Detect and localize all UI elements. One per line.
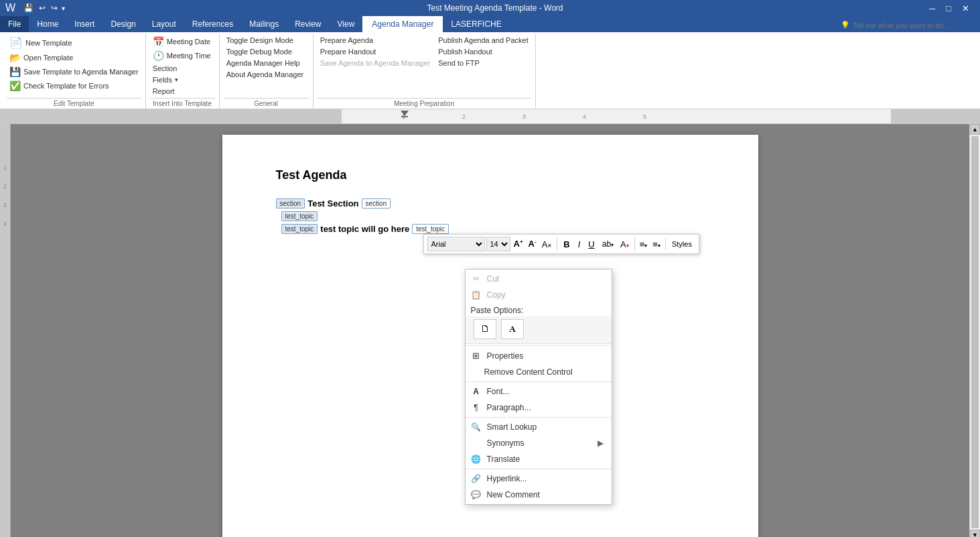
cut-icon: ✂ [471, 274, 482, 284]
paste-keep-source-button[interactable]: 🗋 [474, 319, 496, 339]
document-title: Test Agenda [276, 168, 705, 182]
new-template-button[interactable]: 📄 New Template [7, 35, 141, 50]
numbering-button[interactable]: ≡▾ [650, 239, 662, 250]
ctx-paste-label: Paste Options: [466, 303, 612, 316]
tab-file[interactable]: File [0, 16, 29, 32]
section-tag-end: section [362, 198, 391, 208]
clear-format-button[interactable]: A✕ [540, 239, 555, 250]
publish-agenda-button[interactable]: Publish Agenda and Packet [435, 35, 531, 46]
save-template-button[interactable]: 💾 Save Template to Agenda Manager [7, 65, 141, 78]
scroll-thumb[interactable] [971, 136, 979, 528]
fields-button[interactable]: Fields ▾ [150, 74, 215, 85]
ctx-font[interactable]: A Font... [466, 383, 612, 400]
toggle-debug-button[interactable]: Toggle Debug Mode [224, 46, 309, 57]
tab-design[interactable]: Design [102, 16, 143, 32]
lightbulb-icon: 💡 [841, 21, 850, 29]
font-color-button[interactable]: A▾ [618, 239, 632, 250]
topic-text: test topic will go here [320, 224, 409, 234]
send-ftp-button[interactable]: Send to FTP [435, 58, 531, 68]
section-tag-start: section [276, 198, 305, 208]
prepare-agenda-button[interactable]: Prepare Agenda [318, 35, 433, 46]
meeting-time-button[interactable]: 🕐 Meeting Time [150, 49, 215, 62]
ctx-copy[interactable]: 📋 Copy [466, 287, 612, 303]
paragraph-icon: ¶ [471, 403, 482, 412]
indent-marker[interactable] [401, 109, 409, 124]
maximize-button[interactable]: □ [940, 2, 957, 15]
test-topic-tag: test_topic [281, 211, 318, 221]
report-button[interactable]: Report [150, 86, 215, 97]
ctx-translate[interactable]: 🌐 Translate [466, 451, 612, 467]
test-topic-row: test_topic [281, 211, 705, 221]
ctx-remove-content-control[interactable]: Remove Content Control [466, 364, 612, 380]
font-size-select[interactable]: 14 [486, 237, 510, 251]
paste-icon: 🗋 [480, 324, 490, 335]
font-shrink-button[interactable]: A- [527, 238, 539, 249]
section-button[interactable]: Section [150, 63, 215, 74]
tab-mailings[interactable]: Mailings [241, 16, 287, 32]
tell-me-input[interactable] [853, 21, 973, 29]
about-button[interactable]: About Agenda Manager [224, 69, 309, 80]
qat-redo-button[interactable]: ↪ [48, 3, 60, 13]
section-content: Test Section [307, 198, 358, 208]
open-template-button[interactable]: 📂 Open Template [7, 51, 141, 64]
tab-layout[interactable]: Layout [144, 16, 184, 32]
qat-dropdown-button[interactable]: ▾ [60, 4, 66, 13]
ctx-properties[interactable]: ⊞ Properties [466, 347, 612, 364]
tab-view[interactable]: View [330, 16, 363, 32]
tab-insert[interactable]: Insert [66, 16, 102, 32]
tell-me-area[interactable]: 💡 [834, 18, 980, 32]
minimize-button[interactable]: ─ [924, 2, 940, 15]
prepare-handout-button[interactable]: Prepare Handout [318, 46, 433, 57]
check-template-icon: ✅ [9, 80, 21, 91]
ctx-cut[interactable]: ✂ Cut [466, 271, 612, 287]
context-menu: ✂ Cut 📋 Copy Paste Options: 🗋 A [465, 269, 612, 505]
ctx-smart-lookup[interactable]: 🔍 Smart Lookup [466, 419, 612, 435]
bullets-button[interactable]: ≡▾ [638, 239, 650, 250]
italic-button[interactable]: I [575, 239, 584, 250]
font-grow-button[interactable]: A+ [512, 238, 525, 249]
edit-template-label: Edit Template [7, 98, 141, 109]
font-select[interactable]: Arial [427, 237, 485, 251]
clock-icon: 🕐 [153, 50, 164, 61]
save-agenda-button[interactable]: Save Agenda to Agenda Manager [318, 58, 433, 68]
underline-button[interactable]: U [585, 239, 598, 250]
vertical-ruler: 1234 [0, 124, 11, 537]
tab-review[interactable]: Review [287, 16, 329, 32]
scroll-down-button[interactable]: ▼ [970, 530, 980, 537]
check-template-button[interactable]: ✅ Check Template for Errors [7, 79, 141, 93]
tab-references[interactable]: References [184, 16, 241, 32]
topic-tag-start: test_topic [281, 224, 318, 234]
properties-icon: ⊞ [471, 351, 482, 361]
tab-agenda-manager[interactable]: Agenda Manager [362, 16, 443, 32]
tab-home[interactable]: Home [29, 16, 66, 32]
ctx-hyperlink[interactable]: 🔗 Hyperlink... [466, 471, 612, 487]
publish-handout-button[interactable]: Publish Handout [435, 46, 531, 57]
ruler-white: 1 2 3 4 5 [342, 109, 891, 123]
paste-format-button[interactable]: A [501, 319, 524, 339]
agenda-help-button[interactable]: Agenda Manager Help [224, 58, 309, 68]
scroll-up-button[interactable]: ▲ [970, 124, 980, 135]
styles-button[interactable]: Styles [669, 239, 695, 249]
bold-button[interactable]: B [560, 239, 573, 250]
font-icon: A [471, 387, 482, 396]
synonyms-arrow: ▶ [598, 438, 604, 448]
tab-laserfiche[interactable]: LASERFICHE [443, 16, 509, 32]
qat-save-button[interactable]: 💾 [21, 3, 36, 13]
meeting-date-button[interactable]: 📅 Meeting Date [150, 35, 215, 48]
qat-undo-button[interactable]: ↩ [36, 3, 48, 13]
word-logo-icon: W [5, 2, 15, 14]
calendar-icon: 📅 [153, 36, 164, 47]
highlight-button[interactable]: ab▾ [600, 239, 616, 249]
general-label: General [224, 98, 309, 109]
ctx-synonyms[interactable]: Synonyms ▶ [466, 435, 612, 451]
ctx-new-comment[interactable]: 💬 New Comment [466, 487, 612, 503]
save-template-icon: 💾 [9, 66, 21, 77]
ctx-paste-options-row: 🗋 A [466, 316, 612, 344]
hyperlink-icon: 🔗 [471, 474, 482, 483]
toggle-design-button[interactable]: Toggle Design Mode [224, 35, 309, 46]
vertical-scrollbar[interactable]: ▲ ▼ [969, 124, 980, 537]
meeting-prep-label: Meeting Preparation [318, 98, 531, 109]
ctx-paragraph[interactable]: ¶ Paragraph... [466, 400, 612, 416]
translate-icon: 🌐 [471, 455, 482, 464]
close-button[interactable]: ✕ [957, 2, 975, 15]
